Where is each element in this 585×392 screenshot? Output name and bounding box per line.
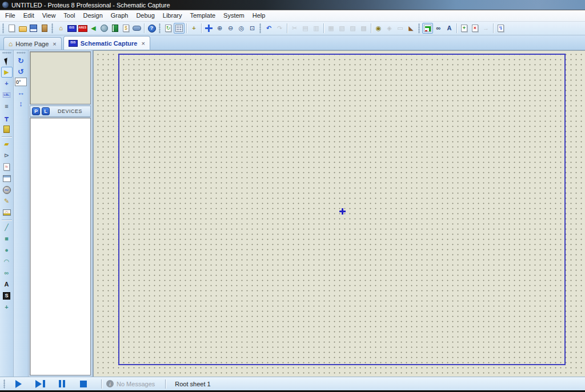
subcircuit-mode-button[interactable] [1, 124, 13, 135]
toolbar-drag-handle[interactable] [51, 23, 53, 33]
block-copy-button[interactable]: ▦ [326, 23, 336, 34]
component-mode-button[interactable]: ▶ [1, 67, 13, 78]
2d-arc-mode-button[interactable]: ◠ [1, 256, 13, 267]
origin-button[interactable]: + [189, 23, 199, 34]
rotation-angle-input[interactable] [15, 78, 27, 86]
2d-circle-mode-button[interactable]: ● [1, 245, 13, 256]
menu-view[interactable]: View [38, 10, 60, 21]
menu-debug[interactable]: Debug [132, 10, 158, 21]
exit-to-parent-sheet-button[interactable]: → [480, 23, 491, 34]
help-button[interactable]: ? [146, 23, 157, 34]
2d-marker-mode-button[interactable]: + [1, 302, 13, 313]
block-delete-button[interactable]: ▩ [358, 23, 369, 34]
tab-home-page[interactable]: ⌂Home Page× [3, 37, 62, 50]
library-manager-button[interactable]: L [42, 107, 50, 115]
menu-system[interactable]: System [219, 10, 249, 21]
2d-path-mode-button[interactable]: ∞ [1, 268, 13, 278]
terminals-mode-button[interactable]: ▰ [1, 139, 13, 149]
pcb-layout-button[interactable]: ARES [77, 23, 88, 34]
junction-dot-mode-button[interactable]: + [1, 78, 13, 89]
mirror-horizontal-button[interactable]: ↔ [15, 87, 27, 98]
stop-button[interactable] [75, 378, 92, 390]
menu-design[interactable]: Design [79, 10, 107, 21]
pause-button[interactable] [53, 378, 70, 390]
selection-mode-button[interactable] [1, 55, 13, 66]
schematic-canvas[interactable] [93, 50, 585, 377]
property-assignment-tool-button[interactable]: A [444, 23, 455, 34]
block-move-button[interactable]: ▧ [336, 23, 347, 34]
netlist-to-pcb-button[interactable]: ◀ [88, 23, 99, 34]
gerber-viewer-button[interactable] [131, 23, 142, 34]
2d-symbol-mode-button[interactable]: S [1, 290, 13, 301]
3d-visualizer-button[interactable] [99, 23, 110, 34]
search-and-tag-button[interactable]: ∞ [433, 23, 444, 34]
2d-text-mode-button[interactable]: A [1, 279, 13, 290]
toolbar-drag-handle[interactable] [2, 52, 11, 54]
menu-file[interactable]: File [1, 10, 19, 21]
buses-mode-button[interactable]: ┳ [1, 112, 13, 123]
graph-mode-button[interactable]: ≈ [1, 161, 13, 172]
design-explorer-button[interactable] [110, 23, 121, 34]
menu-graph[interactable]: Graph [107, 10, 133, 21]
make-device-button[interactable]: ◈ [384, 23, 395, 34]
menu-template[interactable]: Template [186, 10, 219, 21]
voltage-probe-mode-button[interactable]: ✎ [1, 196, 13, 207]
packaging-tool-button[interactable]: ▭ [395, 23, 406, 34]
cut-icon: ✂ [290, 24, 299, 33]
remove-sheet-button[interactable]: × [470, 23, 480, 34]
toolbar-drag-handle[interactable] [259, 23, 261, 33]
device-list[interactable] [30, 118, 91, 375]
grid-toggle-button[interactable] [174, 23, 185, 34]
rotate-anticlockwise-button[interactable]: ↺ [15, 66, 27, 76]
zoom-in-button[interactable]: ⊕ [214, 23, 225, 34]
2d-line-mode-button[interactable]: ╱ [1, 222, 13, 233]
new-project-button[interactable] [6, 23, 17, 34]
generator-mode-button[interactable]: ∼ [1, 184, 13, 195]
toolbar-drag-handle[interactable] [17, 52, 26, 54]
pick-device-button[interactable]: ◉ [373, 23, 384, 34]
redraw-display-button[interactable]: ↻ [163, 23, 174, 34]
new-root-sheet-button[interactable]: + [459, 23, 470, 34]
zoom-out-button[interactable]: ⊖ [225, 23, 236, 34]
schematic-capture-button[interactable]: ISIS [66, 23, 77, 34]
copy-button[interactable]: ▤ [300, 23, 311, 34]
device-pins-mode-button[interactable]: ⊳ [1, 150, 13, 161]
open-project-button[interactable] [17, 23, 28, 34]
cut-button[interactable]: ✂ [289, 23, 300, 34]
redo-button[interactable]: ↷ [274, 23, 285, 34]
tab-schematic-capture[interactable]: ISISSchematic Capture× [63, 36, 150, 50]
2d-box-mode-button[interactable]: ■ [1, 233, 13, 244]
wire-autorouter-button[interactable] [422, 23, 433, 34]
toolbar-drag-handle[interactable] [2, 23, 4, 33]
statusbar-drag-handle[interactable] [3, 379, 5, 389]
menu-edit[interactable]: Edit [19, 10, 38, 21]
save-project-button[interactable] [28, 23, 39, 34]
step-button[interactable] [31, 378, 49, 390]
close-project-button[interactable] [39, 23, 50, 34]
toolbar-drag-handle[interactable] [418, 23, 420, 33]
home-page-button[interactable]: ⌂ [55, 23, 66, 34]
undo-button[interactable]: ↶ [263, 23, 274, 34]
pick-devices-button[interactable]: P [32, 107, 40, 115]
toolbar-drag-handle[interactable] [159, 23, 161, 33]
virtual-instruments-mode-button[interactable]: ◠ [1, 207, 13, 218]
close-tab-icon[interactable]: × [51, 41, 56, 47]
menu-help[interactable]: Help [249, 10, 270, 21]
tape-recorder-mode-button[interactable] [1, 173, 13, 184]
text-script-mode-button[interactable]: ≡ [1, 101, 13, 112]
bill-of-materials-button[interactable]: $ [121, 23, 131, 34]
electrical-rule-check-button[interactable]: ↯ [495, 23, 506, 34]
zoom-all-button[interactable]: ◎ [236, 23, 247, 34]
rotate-clockwise-button[interactable]: ↻ [15, 55, 27, 66]
menu-tool[interactable]: Tool [59, 10, 79, 21]
paste-button[interactable]: ▥ [311, 23, 322, 34]
play-button[interactable] [10, 378, 27, 390]
mirror-vertical-button[interactable]: ↕ [15, 98, 27, 108]
menu-library[interactable]: Library [159, 10, 186, 21]
zoom-area-button[interactable]: ⊡ [247, 23, 258, 34]
pan-button[interactable] [203, 23, 214, 34]
decompose-button[interactable]: ◣ [406, 23, 416, 34]
wire-label-mode-button[interactable]: LBL [1, 90, 13, 100]
close-tab-icon[interactable]: × [140, 40, 145, 47]
block-rotate-button[interactable]: ▨ [347, 23, 358, 34]
